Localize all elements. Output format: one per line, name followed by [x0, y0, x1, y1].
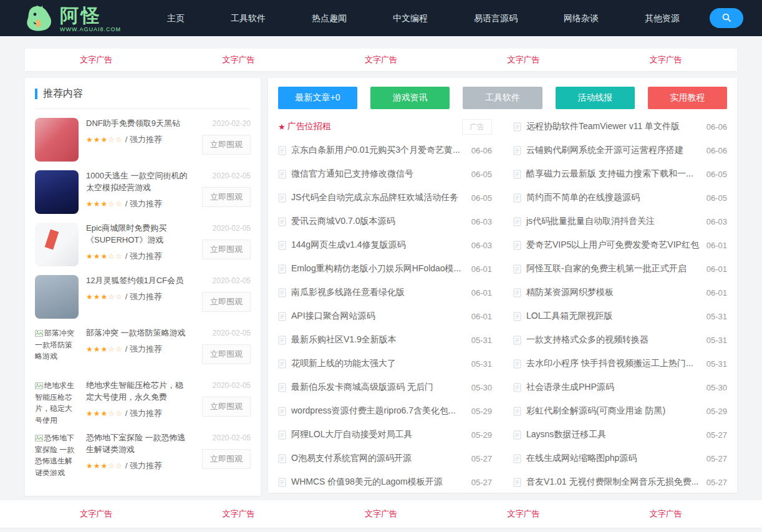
article-title[interactable]: LOL工具箱无限视距版 [526, 311, 700, 322]
recommended-item[interactable]: 部落冲突 一款塔防策略游戏 部落冲突 一款塔防策略游戏 ★★★☆☆/ 强力推荐 … [35, 319, 251, 371]
text-ad-link[interactable]: 文字广告 [223, 508, 255, 520]
text-ad-link[interactable]: 文字广告 [365, 508, 397, 520]
article-title[interactable]: API接口聚合网站源码 [291, 311, 465, 322]
article-row[interactable]: API接口聚合网站源码06-01 [278, 304, 492, 328]
article-title[interactable]: JS代码全自动完成京东品牌狂欢城活动任务 [291, 192, 465, 203]
category-button-tools[interactable]: 工具软件 [463, 87, 542, 109]
text-ad-link[interactable]: 文字广告 [507, 508, 539, 520]
article-row[interactable]: js代码批量批量自动取消抖音关注06-03 [513, 210, 727, 233]
article-title[interactable]: Epic商城限时免费购买《SUPERHOT》游戏 [86, 223, 191, 246]
article-title[interactable]: 花呗新上线的功能太强大了 [291, 358, 465, 369]
article-row[interactable]: 去水印小程序 快手抖音视频搬运工上热门...05-31 [513, 352, 727, 375]
article-title[interactable]: 爱奇艺VIP5以上用户可免费发爱奇艺VIP红包 [526, 239, 700, 251]
article-row[interactable]: 远程协助软件TeamViewer v11 单文件版06-06 [513, 115, 727, 138]
article-row[interactable]: 一款支持格式众多的视频转换器05-31 [513, 328, 727, 352]
article-row[interactable]: JS代码全自动完成京东品牌狂欢城活动任务06-05 [278, 186, 492, 210]
article-title[interactable]: 一款支持格式众多的视频转换器 [526, 334, 700, 346]
article-title[interactable]: 音友V1.01 无视付费限制全网音乐无损免费... [526, 476, 700, 488]
nav-item-easy-language-source[interactable]: 易语言源码 [464, 0, 528, 36]
article-title[interactable]: 12月灵狐签约领1月CF会员 [86, 275, 191, 287]
article-title[interactable]: 远程协助软件TeamViewer v11 单文件版 [526, 121, 700, 132]
article-title[interactable]: 去水印小程序 快手抖音视频搬运工上热门... [526, 358, 700, 369]
view-button[interactable]: 立即围观 [202, 344, 251, 364]
article-title[interactable]: 酷享磁力云最新版 支持磁力搜索下载和一... [526, 168, 700, 180]
article-row[interactable]: 云铺购代刷网系统全开源可运营程序搭建06-06 [513, 138, 727, 162]
article-row[interactable]: 社会语录生成PHP源码05-30 [513, 375, 727, 399]
article-row[interactable]: Emlog重构精仿老版小刀娱乐网HFoldao模...06-01 [278, 257, 492, 281]
article-title[interactable]: 爱讯云商城V0.7.0版本源码 [291, 216, 465, 227]
article-title[interactable]: 绝地求生智能压枪芯片，稳定大号使用，永久免费 [86, 380, 191, 404]
article-row[interactable]: 花呗新上线的功能太强大了05-31 [278, 352, 492, 375]
text-ad-link[interactable]: 文字广告 [80, 54, 112, 65]
article-title[interactable]: DNF助手免费领取9天黑钻 [86, 118, 191, 130]
category-button-game-news[interactable]: 游戏资讯 [370, 87, 450, 109]
article-row[interactable]: 简约而不简单的在线搜题源码06-05 [513, 186, 727, 210]
view-button[interactable]: 立即围观 [202, 187, 251, 207]
category-button-tutorials[interactable]: 实用教程 [648, 87, 727, 109]
article-title[interactable]: 云铺购代刷网系统全开源可运营程序搭建 [526, 145, 700, 156]
article-title[interactable]: 微信官方通知已支持修改微信号 [291, 168, 465, 180]
ad-slot-label[interactable]: 广告位招租 [287, 121, 462, 132]
view-button[interactable]: 立即围观 [202, 292, 251, 312]
article-title[interactable]: 最新乐购社区V1.9全新版本 [291, 334, 465, 346]
article-title[interactable]: 阿怪互联-自家的免费主机第一批正式开启 [526, 263, 700, 274]
article-title[interactable]: js代码批量批量自动取消抖音关注 [526, 216, 700, 227]
text-ad-link[interactable]: 文字广告 [507, 54, 539, 65]
view-button[interactable]: 立即围观 [202, 239, 251, 259]
article-title[interactable]: 部落冲突 一款塔防策略游戏 [86, 327, 191, 339]
article-row[interactable]: LOL工具箱无限视距版05-31 [513, 304, 727, 328]
nav-item-hot-news[interactable]: 热点趣闻 [302, 0, 357, 36]
article-title[interactable]: WHMCS 价值98美元的Lagom模板开源 [291, 476, 465, 488]
recommended-item[interactable]: 恐怖地下室探险 一款恐怖逃生解谜类游戏 恐怖地下室探险 一款恐怖逃生解谜类游戏 … [35, 423, 251, 476]
article-row[interactable]: 最新乐购社区V1.9全新版本05-31 [278, 328, 492, 352]
article-title[interactable]: 最新伯乐发卡商城高级版源码 无后门 [291, 382, 465, 393]
text-ad-link[interactable]: 文字广告 [223, 54, 255, 65]
article-title[interactable]: 简约而不简单的在线搜题源码 [526, 192, 700, 203]
article-title[interactable]: 在线生成网站缩略图php源码 [526, 453, 700, 464]
article-row[interactable]: 爱讯云商城V0.7.0版本源码06-03 [278, 210, 492, 233]
view-button[interactable]: 立即围观 [202, 135, 251, 155]
ad-slot-row[interactable]: ★ 广告位招租 广告 [278, 115, 492, 138]
search-button[interactable] [710, 8, 743, 28]
nav-item-other-resources[interactable]: 其他资源 [635, 0, 690, 36]
article-title[interactable]: 恐怖地下室探险 一款恐怖逃生解谜类游戏 [86, 432, 191, 456]
article-row[interactable]: 南瓜影视多线路任意看绿化版06-01 [278, 281, 492, 304]
article-row[interactable]: O泡易支付系统官网的源码开源05-27 [278, 447, 492, 470]
article-title[interactable]: 社会语录生成PHP源码 [526, 382, 700, 393]
article-row[interactable]: wordpress资源付费主题ripro6.7含美化包...05-29 [278, 399, 492, 423]
article-title[interactable]: 精防某资源网织梦模板 [526, 287, 700, 298]
article-row[interactable]: 彩虹代刷全解源码(可商业用途 防黑)05-29 [513, 399, 727, 423]
article-row[interactable]: 阿狸LOL大厅自动接受对局工具05-29 [278, 423, 492, 447]
article-title[interactable]: 彩虹代刷全解源码(可商业用途 防黑) [526, 405, 700, 417]
article-row[interactable]: 144g网页生成v1.4修复版源码06-03 [278, 233, 492, 257]
view-button[interactable]: 立即围观 [202, 449, 251, 469]
nav-item-tools[interactable]: 工具软件 [221, 0, 276, 36]
text-ad-link[interactable]: 文字广告 [650, 54, 682, 65]
article-row[interactable]: 酷享磁力云最新版 支持磁力搜索下载和一...06-05 [513, 162, 727, 186]
nav-item-chinese-programming[interactable]: 中文编程 [383, 0, 438, 36]
nav-item-home[interactable]: 主页 [157, 0, 195, 36]
recommended-item[interactable]: 12月灵狐签约领1月CF会员 ★★★☆☆/ 强力推荐 2020-02-05 立即… [35, 266, 251, 319]
nav-item-network-talk[interactable]: 网络杂谈 [554, 0, 609, 36]
category-button-activity[interactable]: 活动线报 [556, 87, 635, 109]
article-title[interactable]: 阿狸LOL大厅自动接受对局工具 [291, 429, 465, 440]
recommended-item[interactable]: DNF助手免费领取9天黑钻 ★★★☆☆/ 强力推荐 2020-02-20 立即围… [35, 109, 251, 162]
recommended-item[interactable]: 1000天逃生 一款空间街机的太空模拟经营游戏 ★★★☆☆/ 强力推荐 2020… [35, 162, 251, 214]
text-ad-link[interactable]: 文字广告 [80, 508, 112, 520]
site-logo[interactable]: 阿怪 WWW.AGUAI8.COM [24, 4, 121, 32]
article-row[interactable]: 微信官方通知已支持修改微信号06-05 [278, 162, 492, 186]
recommended-item[interactable]: Epic商城限时免费购买《SUPERHOT》游戏 ★★★☆☆/ 强力推荐 202… [35, 214, 251, 266]
article-row[interactable]: 精防某资源网织梦模板06-01 [513, 281, 727, 304]
text-ad-link[interactable]: 文字广告 [365, 54, 397, 65]
article-row[interactable]: 最新伯乐发卡商城高级版源码 无后门05-30 [278, 375, 492, 399]
article-title[interactable]: wordpress资源付费主题ripro6.7含美化包... [291, 405, 465, 417]
article-row[interactable]: 爱奇艺VIP5以上用户可免费发爱奇艺VIP红包06-01 [513, 233, 727, 257]
article-title[interactable]: 1000天逃生 一款空间街机的太空模拟经营游戏 [86, 170, 191, 194]
article-title[interactable]: Emlog重构精仿老版小刀娱乐网HFoldao模... [291, 263, 465, 274]
view-button[interactable]: 立即围观 [202, 397, 251, 417]
article-title[interactable]: Laysns数据迁移工具 [526, 429, 700, 440]
article-title[interactable]: 144g网页生成v1.4修复版源码 [291, 239, 465, 251]
text-ad-link[interactable]: 文字广告 [650, 508, 682, 520]
article-title[interactable]: 南瓜影视多线路任意看绿化版 [291, 287, 465, 298]
article-title[interactable]: O泡易支付系统官网的源码开源 [291, 453, 465, 464]
